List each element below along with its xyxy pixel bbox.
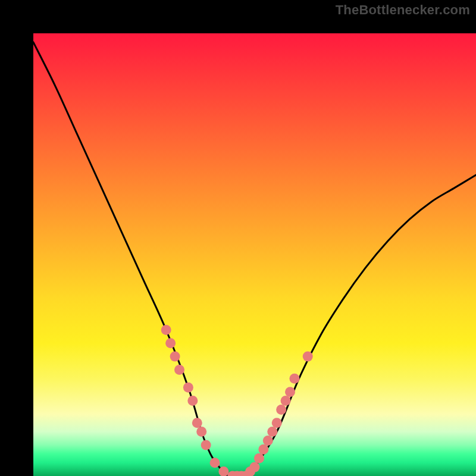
data-marker bbox=[281, 396, 291, 406]
data-marker bbox=[250, 462, 260, 472]
data-marker bbox=[254, 453, 264, 464]
data-marker bbox=[174, 365, 184, 375]
data-markers bbox=[161, 325, 313, 476]
data-marker bbox=[170, 352, 180, 362]
chart-svg-layer bbox=[33, 33, 476, 476]
data-marker bbox=[263, 436, 273, 446]
data-marker bbox=[165, 338, 176, 348]
data-marker bbox=[183, 383, 193, 393]
data-marker bbox=[267, 427, 277, 437]
watermark-label: TheBottlenecker.com bbox=[336, 2, 470, 18]
chart-frame bbox=[0, 0, 476, 476]
data-marker bbox=[210, 458, 220, 468]
chart-plot-area bbox=[33, 33, 476, 476]
data-marker bbox=[303, 352, 313, 362]
data-marker bbox=[201, 440, 211, 450]
bottleneck-curve bbox=[33, 42, 476, 476]
data-marker bbox=[272, 418, 282, 428]
data-marker bbox=[192, 418, 202, 428]
data-marker bbox=[187, 396, 198, 406]
data-marker bbox=[196, 427, 206, 437]
data-marker bbox=[161, 325, 171, 335]
data-marker bbox=[289, 374, 299, 384]
data-marker bbox=[276, 405, 286, 415]
data-marker bbox=[258, 444, 268, 455]
data-marker bbox=[285, 387, 295, 397]
